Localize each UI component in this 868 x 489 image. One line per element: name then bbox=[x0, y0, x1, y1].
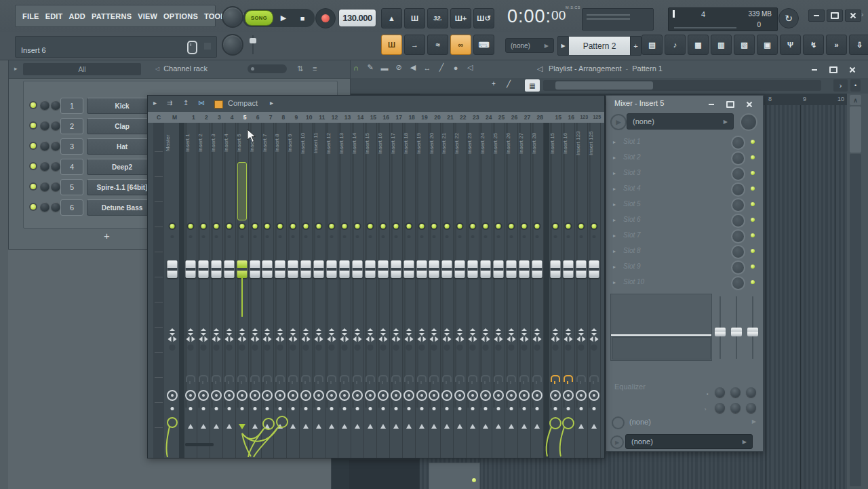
slot-mix-knob[interactable] bbox=[731, 198, 745, 212]
header-track-number[interactable]: 1 bbox=[187, 112, 200, 123]
playlist-view-button[interactable]: ▤ bbox=[642, 35, 663, 55]
track-volume-fader[interactable] bbox=[468, 260, 478, 278]
record-button[interactable] bbox=[315, 8, 336, 28]
channel-rack-view-button[interactable]: ▦ bbox=[688, 35, 709, 55]
track-mute-led[interactable] bbox=[521, 224, 526, 229]
playlist-titlebar[interactable]: ▸∩✎▬⊘◀↔╱●◁ ◁ Playlist - Arrangement - Pa… bbox=[332, 60, 868, 78]
mixer-track-strip[interactable]: Insert 20 bbox=[429, 123, 441, 458]
sidechain-icon[interactable] bbox=[481, 375, 490, 382]
stereo-separation-control[interactable] bbox=[509, 328, 514, 336]
recording-precount-button[interactable]: Ш bbox=[404, 8, 425, 28]
menu-patterns[interactable]: PATTERNS bbox=[92, 12, 132, 20]
send-level-knob[interactable] bbox=[365, 390, 376, 401]
send-level-knob[interactable] bbox=[480, 390, 491, 401]
slide-button[interactable]: ≈ bbox=[427, 35, 448, 55]
sidechain-icon[interactable] bbox=[494, 375, 503, 382]
sidechain-icon[interactable] bbox=[262, 375, 272, 382]
stereo-separation-control[interactable] bbox=[591, 328, 597, 336]
track-mute-led[interactable] bbox=[342, 224, 347, 229]
channel-filter-dropdown[interactable]: All bbox=[23, 63, 141, 75]
channel-led[interactable] bbox=[472, 478, 476, 482]
stereo-separation-control[interactable] bbox=[264, 328, 270, 336]
track-mute-led[interactable] bbox=[553, 224, 558, 229]
track-mute-led[interactable] bbox=[534, 224, 539, 229]
send-level-knob[interactable] bbox=[326, 390, 337, 401]
send-level-knob[interactable] bbox=[391, 390, 401, 401]
next-pattern-button[interactable]: → bbox=[404, 35, 425, 55]
header-track-number[interactable]: 3 bbox=[213, 112, 226, 123]
sidechain-icon[interactable] bbox=[519, 375, 529, 382]
send-level-knob[interactable] bbox=[532, 390, 542, 401]
marker-picker[interactable]: (none) ▶ bbox=[505, 38, 554, 53]
sidechain-icon[interactable] bbox=[404, 375, 414, 382]
track-volume-fader[interactable] bbox=[224, 260, 234, 278]
sidechain-icon[interactable] bbox=[327, 375, 336, 382]
pan-control[interactable] bbox=[404, 336, 413, 343]
pan-control[interactable] bbox=[340, 336, 349, 343]
channel-pan-knob[interactable] bbox=[40, 161, 50, 171]
send-level-knob[interactable] bbox=[506, 390, 517, 401]
plugin-picker-button[interactable]: Ψ bbox=[780, 35, 801, 55]
menu-edit[interactable]: EDIT bbox=[45, 12, 63, 20]
pan-control[interactable] bbox=[302, 336, 311, 343]
pan-control[interactable] bbox=[469, 336, 477, 343]
track-mute-led[interactable] bbox=[330, 224, 334, 229]
pan-control[interactable] bbox=[224, 336, 233, 343]
stereo-separation-control[interactable] bbox=[578, 328, 584, 336]
header-track-number[interactable]: 21 bbox=[443, 112, 456, 123]
input-gain-knob[interactable] bbox=[740, 113, 757, 131]
track-volume-fader[interactable] bbox=[211, 260, 221, 278]
menu-add[interactable]: ADD bbox=[69, 12, 85, 20]
track-mute-led[interactable] bbox=[509, 224, 514, 229]
eq-width-knob[interactable] bbox=[746, 403, 756, 413]
stereo-separation-control[interactable] bbox=[380, 328, 386, 336]
send-level-knob[interactable] bbox=[224, 390, 235, 401]
sidechain-icon[interactable] bbox=[507, 375, 516, 382]
mixer-track-strip[interactable]: Insert 4 bbox=[223, 123, 236, 458]
mixer-track-strip[interactable]: Insert 9 bbox=[287, 123, 300, 458]
route-to-arrow[interactable] bbox=[591, 424, 597, 429]
pan-control[interactable] bbox=[577, 336, 586, 343]
menu-options[interactable]: OPTIONS bbox=[163, 12, 198, 20]
stereo-separation-control[interactable] bbox=[419, 328, 425, 336]
pan-control[interactable] bbox=[328, 336, 336, 343]
insert-panel-titlebar[interactable]: Mixer - Insert 5 bbox=[606, 96, 763, 111]
route-to-arrow[interactable] bbox=[342, 424, 347, 429]
channel-pan-knob[interactable] bbox=[40, 182, 50, 191]
send-level-knob[interactable] bbox=[275, 390, 285, 401]
route-to-arrow[interactable] bbox=[316, 424, 321, 429]
route-to-arrow[interactable] bbox=[368, 424, 373, 429]
sidechain-icon[interactable] bbox=[551, 375, 560, 382]
stereo-separation-control[interactable] bbox=[226, 328, 232, 336]
mixer-track-strip[interactable]: Insert 19 bbox=[416, 123, 429, 458]
stereo-separation-control[interactable] bbox=[252, 328, 258, 336]
master-track-strip[interactable]: Master bbox=[165, 123, 179, 458]
pan-control[interactable] bbox=[391, 336, 400, 343]
header-track-number[interactable]: 24 bbox=[482, 112, 495, 123]
track-volume-fader[interactable] bbox=[275, 260, 285, 278]
effect-slot-row[interactable]: ▸Slot 9 bbox=[606, 259, 763, 275]
track-mute-led[interactable] bbox=[226, 224, 231, 229]
song-mode-button[interactable]: SONG bbox=[245, 10, 273, 26]
channel-pan-knob[interactable] bbox=[40, 141, 50, 151]
stereo-separation-control[interactable] bbox=[457, 328, 462, 336]
slider-handle[interactable] bbox=[250, 38, 256, 43]
channel-enable-led[interactable] bbox=[31, 163, 36, 169]
track-mute-led[interactable] bbox=[317, 224, 321, 229]
header-track-number[interactable]: 12 bbox=[328, 112, 341, 123]
stereo-separation-control[interactable] bbox=[214, 328, 219, 336]
fader-handle[interactable] bbox=[715, 328, 726, 336]
sidechain-icon[interactable] bbox=[417, 375, 427, 382]
oscilloscope-panel[interactable] bbox=[582, 8, 654, 31]
slot-mix-knob[interactable] bbox=[731, 260, 745, 275]
pan-control[interactable] bbox=[315, 336, 323, 343]
header-track-number[interactable]: 7 bbox=[264, 112, 277, 123]
stereo-separation-control[interactable] bbox=[277, 328, 283, 336]
close-button[interactable] bbox=[845, 9, 861, 22]
time-display[interactable]: 0:00: 00 M:S:CS bbox=[507, 4, 582, 28]
draw-tool-icon[interactable]: ✎ bbox=[366, 63, 375, 72]
slot-mix-knob[interactable] bbox=[731, 182, 745, 197]
header-track-number[interactable]: 17 bbox=[393, 112, 406, 123]
track-volume-fader[interactable] bbox=[378, 260, 388, 278]
track-mute-led[interactable] bbox=[252, 224, 257, 229]
